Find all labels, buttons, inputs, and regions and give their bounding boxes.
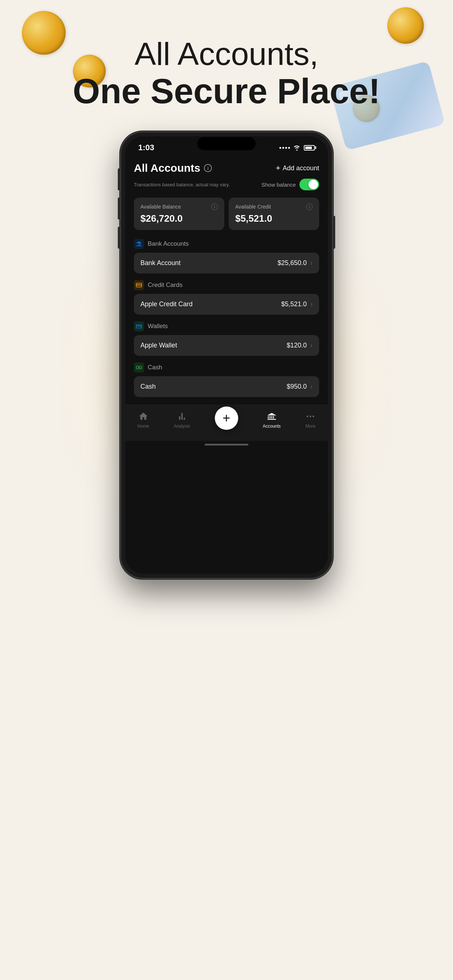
status-icons <box>279 145 315 151</box>
add-account-label: Add account <box>283 164 319 172</box>
wallets-section-header: Wallets <box>134 321 319 331</box>
battery-icon <box>304 145 315 151</box>
nav-home[interactable]: Home <box>137 411 149 429</box>
balance-cards: Available Balance i $26,720.0 Available … <box>134 197 319 230</box>
bottom-navigation: Home Analysis + Accounts <box>125 404 328 441</box>
cash-amount: $950.0 <box>287 383 307 390</box>
available-credit-card: Available Credit i $5,521.0 <box>229 197 319 230</box>
cash-section-icon <box>134 363 144 372</box>
svg-point-4 <box>138 367 140 369</box>
credit-card-name: Apple Credit Card <box>140 301 193 308</box>
bank-account-chevron-icon: › <box>310 259 313 267</box>
nav-home-label: Home <box>137 424 149 429</box>
bank-account-row[interactable]: Bank Account $25,650.0 › <box>134 253 319 274</box>
cash-section-title: Cash <box>148 364 162 371</box>
app-content: All Accounts i + Add account Transaction… <box>125 156 328 397</box>
app-header: All Accounts i + Add account <box>134 162 319 174</box>
wallet-section-icon <box>134 321 144 331</box>
cash-chevron-icon: › <box>310 383 313 390</box>
bank-section-icon <box>134 239 144 249</box>
nav-more-label: More <box>305 424 315 429</box>
wallet-chevron-icon: › <box>310 342 313 349</box>
balance-note: Transactions based balance, actual may v… <box>134 182 262 188</box>
credit-card-chevron-icon: › <box>310 301 313 308</box>
home-indicator <box>205 444 248 445</box>
wallet-name: Apple Wallet <box>140 342 177 349</box>
credit-card-amount: $5,521.0 <box>281 301 307 308</box>
svg-point-7 <box>313 415 314 417</box>
bank-account-amount: $25,650.0 <box>278 259 307 267</box>
nav-accounts-label: Accounts <box>263 424 281 429</box>
add-account-button[interactable]: + Add account <box>276 163 319 173</box>
cash-name: Cash <box>140 383 156 390</box>
wallet-amount: $120.0 <box>287 342 307 349</box>
phone-frame: 1:03 <box>121 132 332 578</box>
credit-card-right: $5,521.0 › <box>281 301 313 308</box>
page-title: All Accounts <box>134 162 200 174</box>
accounts-nav-icon <box>266 411 277 422</box>
phone-screen: 1:03 <box>125 136 328 574</box>
credit-card-header: Available Credit i <box>235 204 313 210</box>
bank-accounts-section-title: Bank Accounts <box>148 240 188 248</box>
bank-account-right: $25,650.0 › <box>278 259 313 267</box>
more-icon <box>305 411 316 422</box>
nav-accounts[interactable]: Accounts <box>263 411 281 429</box>
hero-section: All Accounts, One Secure Place! <box>0 0 453 110</box>
available-balance-amount: $26,720.0 <box>140 213 218 224</box>
svg-rect-2 <box>136 325 142 328</box>
analysis-icon <box>177 411 187 422</box>
nav-more[interactable]: More <box>305 411 316 429</box>
bank-accounts-section-header: Bank Accounts <box>134 239 319 249</box>
available-credit-amount: $5,521.0 <box>235 213 313 224</box>
available-credit-label: Available Credit <box>235 204 271 210</box>
status-bar: 1:03 <box>125 136 328 156</box>
credit-section-icon <box>134 280 144 290</box>
fab-add-button[interactable]: + <box>215 407 238 430</box>
home-icon <box>138 411 148 422</box>
svg-point-6 <box>309 415 311 417</box>
credit-cards-section-title: Credit Cards <box>148 282 182 289</box>
available-balance-label: Available Balance <box>140 204 181 210</box>
available-balance-card: Available Balance i $26,720.0 <box>134 197 224 230</box>
svg-point-5 <box>307 415 309 417</box>
show-balance-label: Show balance <box>262 181 296 188</box>
hero-line2: One Secure Place! <box>0 72 453 110</box>
bank-account-name: Bank Account <box>140 259 180 267</box>
wifi-icon <box>293 145 301 151</box>
available-credit-info-icon[interactable]: i <box>306 204 313 210</box>
app-title-row: All Accounts i <box>134 162 212 174</box>
signal-dots-icon <box>279 147 290 149</box>
cash-right: $950.0 › <box>287 383 313 390</box>
cash-section-header: Cash <box>134 363 319 372</box>
nav-analysis-label: Analysis <box>174 424 190 429</box>
credit-card-row[interactable]: Apple Credit Card $5,521.0 › <box>134 294 319 315</box>
cash-row[interactable]: Cash $950.0 › <box>134 376 319 397</box>
available-balance-info-icon[interactable]: i <box>211 204 218 210</box>
phone-wrapper: 1:03 <box>0 132 453 578</box>
dynamic-island <box>197 137 256 150</box>
nav-analysis[interactable]: Analysis <box>174 411 190 429</box>
balance-toggle-row: Transactions based balance, actual may v… <box>134 179 319 190</box>
show-balance-toggle[interactable] <box>300 179 319 190</box>
info-icon[interactable]: i <box>204 164 212 172</box>
balance-card-header: Available Balance i <box>140 204 218 210</box>
hero-line1: All Accounts, <box>0 37 453 72</box>
credit-cards-section-header: Credit Cards <box>134 280 319 290</box>
status-time: 1:03 <box>138 143 154 153</box>
wallets-section-title: Wallets <box>148 323 168 330</box>
svg-rect-1 <box>136 285 142 285</box>
wallet-row[interactable]: Apple Wallet $120.0 › <box>134 335 319 356</box>
wallet-right: $120.0 › <box>287 342 313 349</box>
add-icon: + <box>276 163 281 173</box>
